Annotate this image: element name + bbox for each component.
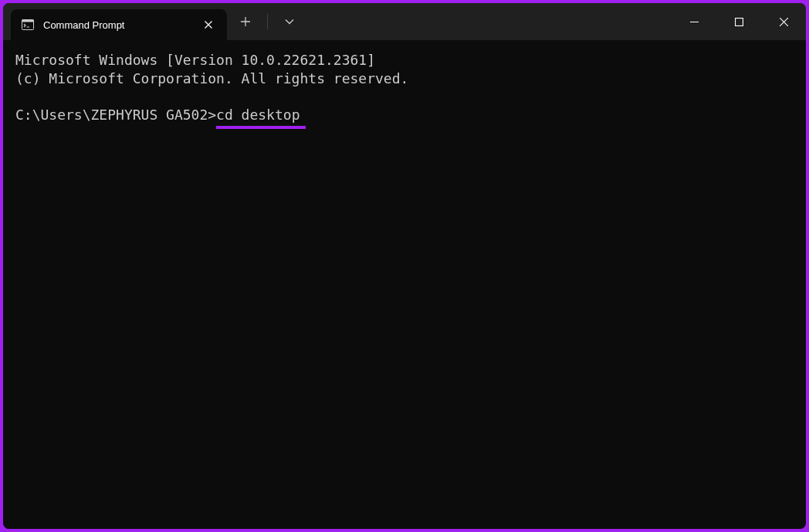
tab-command-prompt[interactable]: Command Prompt — [11, 9, 227, 40]
terminal-body[interactable]: Microsoft Windows [Version 10.0.22621.23… — [3, 40, 806, 529]
command-text: cd desktop — [216, 107, 300, 123]
minimize-button[interactable] — [672, 3, 716, 40]
cmd-icon — [22, 19, 34, 31]
highlight-underline — [216, 126, 306, 129]
tab-title: Command Prompt — [43, 19, 191, 31]
terminal-output-line: (c) Microsoft Corporation. All rights re… — [15, 69, 794, 88]
new-tab-button[interactable] — [233, 9, 258, 34]
tab-actions — [233, 3, 302, 40]
tab-close-button[interactable] — [201, 17, 216, 32]
divider — [267, 14, 268, 29]
titlebar: Command Prompt — [3, 3, 806, 40]
terminal-output-line: Microsoft Windows [Version 10.0.22621.23… — [15, 51, 794, 69]
close-button[interactable] — [761, 3, 806, 40]
command-input-wrap: cd desktop — [216, 106, 300, 124]
svg-rect-1 — [22, 20, 34, 22]
prompt-path: C:\Users\ZEPHYRUS GA502> — [15, 106, 216, 124]
titlebar-drag-region[interactable] — [302, 3, 672, 40]
terminal-prompt-line: C:\Users\ZEPHYRUS GA502> cd desktop — [15, 106, 794, 124]
tab-dropdown-button[interactable] — [277, 9, 302, 34]
window-controls — [672, 3, 806, 40]
svg-rect-8 — [735, 18, 743, 25]
terminal-window: Command Prompt — [3, 3, 806, 529]
maximize-button[interactable] — [716, 3, 761, 40]
